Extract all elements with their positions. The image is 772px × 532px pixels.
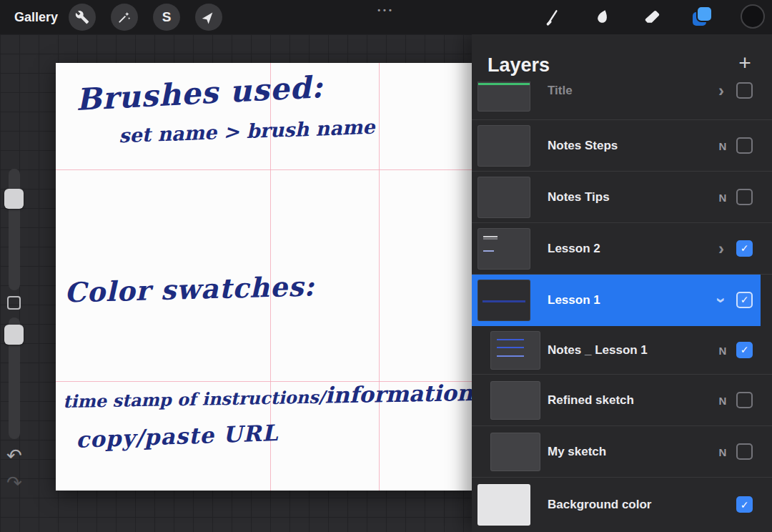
- blend-mode-badge[interactable]: N: [715, 394, 731, 406]
- layer-thumbnail[interactable]: [490, 381, 540, 420]
- timestamp-emphasis: information: [325, 380, 472, 408]
- layers-panel-title: Layers: [488, 54, 550, 77]
- layer-visibility-checkbox[interactable]: ✓: [736, 240, 753, 257]
- selections-button[interactable]: S: [153, 4, 180, 31]
- redo-button[interactable]: ↷: [4, 472, 24, 493]
- layer-name: Background color: [548, 498, 651, 512]
- layer-row-my-sketch[interactable]: My sketch N ✓: [472, 426, 772, 478]
- check-icon: ✓: [741, 345, 749, 355]
- actions-button[interactable]: [69, 4, 96, 31]
- layer-thumbnail[interactable]: [477, 228, 530, 270]
- blend-mode-badge[interactable]: N: [715, 139, 731, 152]
- timestamp-prefix: time stamp of instructions/: [63, 387, 325, 412]
- layer-thumbnail[interactable]: [477, 125, 530, 167]
- canvas[interactable]: Brushes used: set name > brush name Colo…: [56, 63, 474, 491]
- layer-name: Notes Tips: [548, 190, 610, 205]
- margin-guide-vertical-2: [379, 63, 380, 491]
- transform-button[interactable]: [195, 4, 222, 31]
- layer-thumbnail[interactable]: [490, 331, 540, 370]
- paint-brush-button[interactable]: [543, 8, 562, 26]
- layers-button[interactable]: [693, 7, 713, 26]
- layer-thumbnail[interactable]: [490, 433, 540, 471]
- layer-row-lesson-2[interactable]: Lesson 2 › ✓: [472, 223, 772, 275]
- magic-wand-icon: [117, 10, 132, 24]
- brush-size-handle[interactable]: [4, 189, 24, 209]
- margin-guide-horizontal-1: [56, 169, 474, 170]
- check-icon: ✓: [741, 295, 749, 305]
- layer-thumbnail[interactable]: [477, 484, 530, 526]
- layer-visibility-checkbox[interactable]: ✓: [736, 137, 753, 154]
- layer-row-notes-steps[interactable]: Notes Steps N ✓: [472, 120, 772, 172]
- blend-mode-badge[interactable]: N: [715, 445, 731, 458]
- handwritten-timestamp-note: time stamp of instructions/information: [63, 380, 473, 413]
- layer-row-lesson-1[interactable]: Lesson 1 › ✓: [472, 275, 761, 326]
- layer-row-notes-tips[interactable]: Notes Tips N ✓: [472, 172, 772, 223]
- gallery-button[interactable]: Gallery: [14, 0, 58, 34]
- brush-icon: [543, 8, 562, 26]
- layer-name: Notes Steps: [548, 139, 618, 153]
- layer-thumbnail[interactable]: [477, 280, 530, 321]
- layer-visibility-checkbox[interactable]: ✓: [736, 82, 753, 99]
- layer-visibility-checkbox[interactable]: ✓: [736, 496, 753, 513]
- chevron-right-icon[interactable]: ›: [713, 239, 729, 259]
- layer-name: Refined sketch: [548, 393, 634, 408]
- smudge-finger-icon: [593, 8, 612, 26]
- layer-name: Notes _ Lesson 1: [548, 343, 648, 358]
- layer-visibility-checkbox[interactable]: ✓: [736, 392, 753, 408]
- layer-name: My sketch: [548, 445, 606, 459]
- layers-panel-header: Layers +: [472, 34, 772, 82]
- layer-visibility-checkbox[interactable]: ✓: [736, 443, 753, 460]
- brush-opacity-handle[interactable]: [4, 325, 24, 345]
- eraser-icon: [643, 8, 662, 26]
- chevron-down-icon[interactable]: ›: [711, 292, 731, 308]
- add-layer-button[interactable]: +: [731, 49, 759, 77]
- color-button[interactable]: [741, 4, 765, 29]
- layer-name: Lesson 1: [548, 293, 600, 307]
- layer-visibility-checkbox[interactable]: ✓: [736, 342, 753, 358]
- transform-arrow-icon: [202, 10, 216, 24]
- layer-name: Lesson 2: [548, 242, 600, 256]
- canvas-options-handle[interactable]: •••: [377, 0, 395, 20]
- layers-panel: Title › ✓ Notes Steps N ✓ Notes Tips N ✓…: [472, 34, 772, 532]
- wrench-icon: [75, 10, 89, 24]
- layer-visibility-checkbox[interactable]: ✓: [736, 292, 753, 308]
- top-toolbar: Gallery S •••: [0, 0, 772, 34]
- handwritten-copy-paste-url: copy/paste URL: [75, 420, 278, 453]
- brush-size-slider[interactable]: [9, 169, 20, 290]
- selections-s-icon: S: [162, 9, 172, 25]
- chevron-right-icon[interactable]: ›: [713, 81, 729, 101]
- blend-mode-badge[interactable]: N: [715, 344, 731, 356]
- eraser-button[interactable]: [643, 8, 662, 26]
- layer-visibility-checkbox[interactable]: ✓: [736, 189, 753, 205]
- handwritten-brushes-subtitle: set name > brush name: [119, 116, 375, 147]
- layer-row-background-color[interactable]: Background color ✓: [472, 478, 772, 532]
- smudge-button[interactable]: [593, 8, 612, 26]
- blend-mode-badge[interactable]: N: [715, 191, 731, 203]
- layer-name: Title: [548, 84, 573, 98]
- layer-row-refined-sketch[interactable]: Refined sketch N ✓: [472, 375, 772, 426]
- modify-button[interactable]: [7, 296, 21, 310]
- procreate-app: Gallery S •••: [0, 0, 772, 532]
- adjustments-button[interactable]: [111, 4, 138, 31]
- layer-thumbnail[interactable]: [477, 177, 530, 218]
- layer-row-notes-lesson-1[interactable]: Notes _ Lesson 1 N ✓: [472, 326, 772, 375]
- check-icon: ✓: [741, 243, 749, 253]
- check-icon: ✓: [741, 500, 749, 510]
- handwritten-brushes-title: Brushes used:: [75, 69, 324, 117]
- undo-button[interactable]: ↶: [4, 445, 24, 466]
- layers-front-square-icon: [698, 7, 711, 21]
- handwritten-color-swatches: Color swatches:: [64, 270, 315, 308]
